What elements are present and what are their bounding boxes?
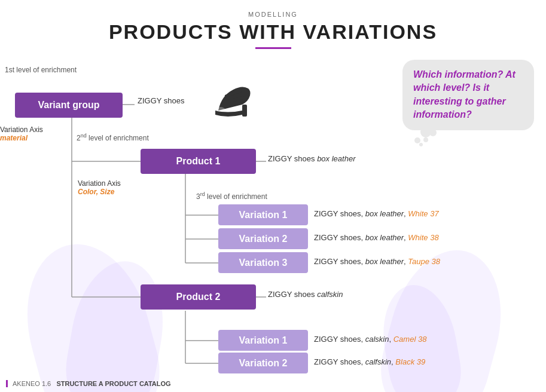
variation-axis-1: Variation Axis material bbox=[0, 125, 43, 142]
footer-prefix: AKENEO 1.6 bbox=[13, 380, 51, 387]
variation-axis-2: Variation Axis Color, Size bbox=[78, 179, 121, 196]
variant-group-desc: ZIGGY shoes bbox=[138, 96, 185, 105]
variant-group-box: Variant group bbox=[15, 93, 123, 118]
variation1b-box: Variation 1 bbox=[218, 330, 308, 351]
variation3a-desc: ZIGGY shoes, box leather, Taupe 38 bbox=[314, 257, 440, 266]
variation2b-desc: ZIGGY shoes, calfskin, Black 39 bbox=[314, 357, 425, 366]
product2-box: Product 2 bbox=[141, 284, 256, 310]
modelling-label: MODELLING bbox=[0, 11, 546, 18]
product1-desc: ZIGGY shoes box leather bbox=[268, 154, 355, 163]
shoe-icon bbox=[209, 72, 257, 122]
product1-box: Product 1 bbox=[141, 149, 256, 174]
thought-bubble: Which information? At which level? Is it… bbox=[402, 60, 534, 130]
title-underline bbox=[255, 47, 291, 49]
svg-point-20 bbox=[215, 107, 225, 112]
variation2b-box: Variation 2 bbox=[218, 353, 308, 373]
variation2a-desc: ZIGGY shoes, box leather, White 38 bbox=[314, 233, 439, 242]
thought-text: Which information? At which level? Is it… bbox=[413, 68, 523, 122]
footer-text: STRUCTURE A PRODUCT CATALOG bbox=[56, 380, 170, 387]
page-title: PRODUCTS WITH VARIATIONS bbox=[0, 20, 546, 44]
variation1a-desc: ZIGGY shoes, box leather, White 37 bbox=[314, 209, 439, 218]
variation3a-box: Variation 3 bbox=[218, 252, 308, 273]
svg-rect-17 bbox=[242, 105, 247, 117]
level3-label: 3rd level of enrichment bbox=[196, 191, 267, 201]
footer: AKENEO 1.6 STRUCTURE A PRODUCT CATALOG bbox=[6, 380, 171, 387]
variation1a-box: Variation 1 bbox=[218, 204, 308, 225]
level1-label: 1st level of enrichment bbox=[5, 66, 77, 74]
page-header: MODELLING PRODUCTS WITH VARIATIONS bbox=[0, 0, 546, 49]
variation2a-box: Variation 2 bbox=[218, 228, 308, 249]
variation1b-desc: ZIGGY shoes, calskin, Camel 38 bbox=[314, 335, 426, 344]
level2-label: 2nd level of enrichment bbox=[77, 133, 149, 142]
product2-desc: ZIGGY shoes calfskin bbox=[268, 290, 343, 299]
